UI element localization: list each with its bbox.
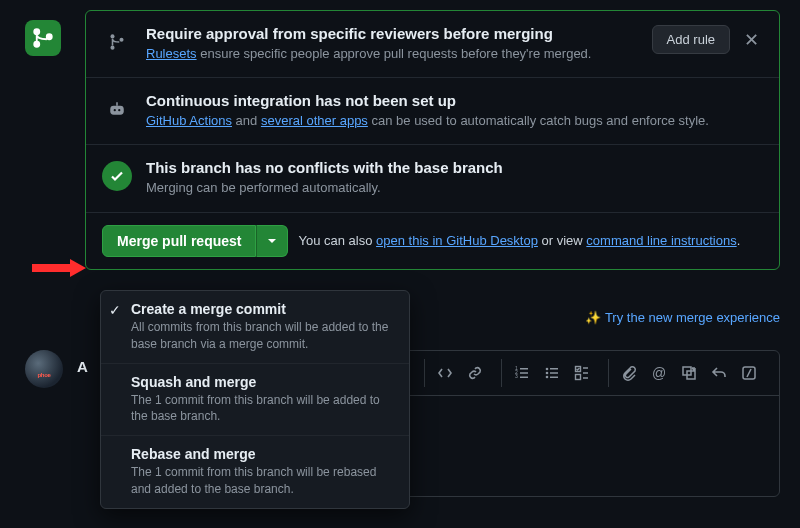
mention-icon[interactable]: @ bbox=[645, 359, 673, 387]
reply-icon[interactable] bbox=[705, 359, 733, 387]
merge-option-squash[interactable]: Squash and merge The 1 commit from this … bbox=[101, 364, 409, 437]
svg-point-5 bbox=[119, 38, 123, 42]
unordered-list-icon[interactable] bbox=[538, 359, 566, 387]
svg-point-13 bbox=[546, 372, 549, 375]
code-icon[interactable] bbox=[431, 359, 459, 387]
task-list-icon[interactable] bbox=[568, 359, 596, 387]
avatar[interactable]: phoe bbox=[25, 350, 63, 388]
check-icon: ✓ bbox=[109, 302, 121, 318]
svg-point-1 bbox=[35, 42, 40, 47]
sparkle-icon: ✨ bbox=[585, 310, 601, 325]
svg-point-3 bbox=[110, 34, 114, 38]
try-new-merge-link[interactable]: ✨ Try the new merge experience bbox=[585, 310, 780, 325]
svg-point-2 bbox=[47, 35, 52, 40]
merge-action-bar: Merge pull request You can also open thi… bbox=[86, 213, 779, 269]
merge-pull-request-button[interactable]: Merge pull request bbox=[102, 225, 256, 257]
ci-section: Continuous integration has not been set … bbox=[86, 78, 779, 145]
github-actions-link[interactable]: GitHub Actions bbox=[146, 113, 232, 128]
slash-commands-icon[interactable] bbox=[735, 359, 763, 387]
svg-point-14 bbox=[546, 376, 549, 379]
timeline-merge-badge bbox=[25, 20, 61, 56]
add-rule-button[interactable]: Add rule bbox=[652, 25, 730, 54]
svg-rect-6 bbox=[110, 106, 124, 115]
ordered-list-icon[interactable]: 123 bbox=[508, 359, 536, 387]
merge-option-rebase[interactable]: Rebase and merge The 1 commit from this … bbox=[101, 436, 409, 508]
bot-icon bbox=[102, 94, 132, 124]
other-apps-link[interactable]: several other apps bbox=[261, 113, 368, 128]
rulesets-link[interactable]: Rulesets bbox=[146, 46, 197, 61]
svg-point-0 bbox=[35, 30, 40, 35]
merge-options-dropdown-button[interactable] bbox=[256, 225, 288, 257]
git-merge-icon bbox=[33, 28, 53, 48]
merge-status-panel: Require approval from specific reviewers… bbox=[85, 10, 780, 270]
highlight-arrow bbox=[30, 257, 88, 279]
conflicts-desc: Merging can be performed automatically. bbox=[146, 179, 763, 197]
open-desktop-link[interactable]: open this in GitHub Desktop bbox=[376, 233, 538, 248]
conflicts-section: This branch has no conflicts with the ba… bbox=[86, 145, 779, 212]
approval-section: Require approval from specific reviewers… bbox=[86, 11, 779, 78]
close-icon[interactable]: ✕ bbox=[740, 29, 763, 51]
merge-button-group: Merge pull request bbox=[102, 225, 288, 257]
approval-desc: Rulesets ensure specific people approve … bbox=[146, 45, 638, 63]
svg-text:3: 3 bbox=[515, 373, 518, 379]
link-icon[interactable] bbox=[461, 359, 489, 387]
merge-option-create-commit[interactable]: ✓ Create a merge commit All commits from… bbox=[101, 291, 409, 364]
merge-note: You can also open this in GitHub Desktop… bbox=[298, 233, 740, 248]
check-icon bbox=[102, 161, 132, 191]
command-line-link[interactable]: command line instructions bbox=[586, 233, 736, 248]
svg-point-12 bbox=[546, 368, 549, 371]
svg-point-4 bbox=[110, 46, 114, 50]
conflicts-title: This branch has no conflicts with the ba… bbox=[146, 159, 763, 176]
svg-point-8 bbox=[118, 109, 120, 111]
svg-point-7 bbox=[114, 109, 116, 111]
branch-rule-icon bbox=[102, 27, 132, 57]
ci-title: Continuous integration has not been set … bbox=[146, 92, 763, 109]
approval-title: Require approval from specific reviewers… bbox=[146, 25, 638, 42]
svg-rect-16 bbox=[576, 375, 581, 380]
ci-desc: GitHub Actions and several other apps ca… bbox=[146, 112, 763, 130]
comment-author-prefix: A bbox=[77, 358, 88, 375]
attach-icon[interactable] bbox=[615, 359, 643, 387]
chevron-down-icon bbox=[267, 236, 277, 246]
merge-method-dropdown: ✓ Create a merge commit All commits from… bbox=[100, 290, 410, 509]
cross-reference-icon[interactable] bbox=[675, 359, 703, 387]
